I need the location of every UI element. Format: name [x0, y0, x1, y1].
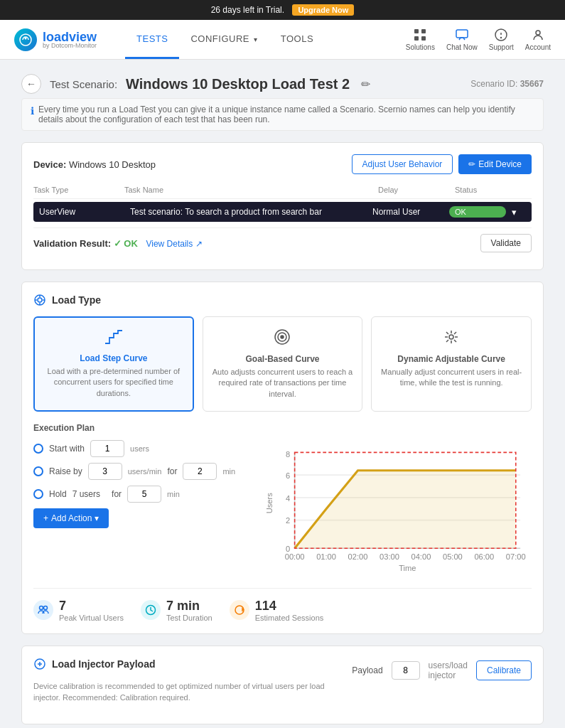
device-table-header: Task Type Task Name Delay Status [33, 181, 532, 199]
view-details-link[interactable]: View Details ↗ [146, 239, 202, 249]
svg-line-18 [454, 332, 456, 334]
configure-arrow: ▾ [252, 36, 258, 43]
account-icon[interactable]: Account [525, 28, 551, 51]
svg-text:6: 6 [286, 471, 290, 480]
col-status: Status [455, 186, 512, 194]
svg-text:2: 2 [286, 517, 290, 525]
svg-text:Users: Users [265, 493, 274, 513]
estimated-sessions-value: 114 [255, 599, 324, 614]
step-curve-chart: 0 2 4 6 8 00:00 01:00 02:00 03:00 04:00 … [261, 440, 532, 578]
svg-text:07:00: 07:00 [506, 552, 526, 561]
raise-by-label: Raise by [49, 466, 82, 476]
hold-row: Hold 7 users for min [33, 486, 247, 503]
nav-tests[interactable]: TESTS [125, 21, 179, 59]
svg-line-15 [446, 332, 448, 334]
estimated-sessions-icon [230, 600, 249, 620]
hold-radio[interactable] [33, 489, 43, 499]
test-duration-value: 7 min [166, 599, 212, 614]
solutions-icon[interactable]: Solutions [406, 28, 435, 51]
goal-based-curve-option[interactable]: Goal-Based Curve Auto adjusts concurrent… [203, 316, 363, 412]
raise-by-input[interactable] [88, 463, 122, 480]
hold-for-unit: min [167, 490, 180, 498]
task-name-cell: Test scenario: To search a product from … [130, 207, 367, 217]
start-radio[interactable] [33, 444, 43, 454]
goal-based-desc: Auto adjusts concurrent users to reach a… [212, 367, 354, 400]
validation-result: Validation Result: ✓ OK View Details ↗ [33, 238, 203, 249]
edit-scenario-icon[interactable]: ✏ [361, 77, 370, 91]
nav-tools[interactable]: TOOLS [269, 21, 325, 59]
raise-for-unit: min [222, 467, 235, 476]
svg-line-16 [454, 340, 456, 342]
main-nav: TESTS CONFIGURE ▾ TOOLS [125, 21, 406, 59]
svg-point-19 [449, 335, 453, 339]
goal-based-icon [212, 328, 354, 350]
dynamic-desc: Manually adjust concurrent users in real… [380, 367, 522, 389]
validate-button[interactable]: Validate [480, 234, 532, 252]
adjust-behavior-button[interactable]: Adjust User Behavior [352, 154, 453, 174]
raise-radio[interactable] [33, 466, 43, 476]
svg-text:00:00: 00:00 [285, 552, 305, 561]
delay-cell: Normal User [372, 207, 443, 217]
validation-label: Validation Result: [33, 238, 111, 249]
svg-rect-3 [421, 29, 426, 33]
status-badge: OK [449, 206, 506, 218]
logo-sub: by Dotcom-Monitor [43, 42, 97, 49]
load-step-curve-option[interactable]: Load Step Curve Load with a pre-determin… [33, 316, 194, 412]
svg-point-0 [20, 34, 31, 46]
svg-text:01:00: 01:00 [316, 552, 336, 561]
support-icon[interactable]: Support [489, 28, 514, 51]
svg-rect-6 [456, 30, 468, 38]
expand-icon[interactable]: ▾ [512, 207, 526, 218]
load-injector-card: Load Injector Payload Device calibration… [21, 646, 544, 724]
svg-text:Time: Time [399, 564, 416, 572]
header-right: Solutions Chat Now Support Account [406, 28, 551, 51]
pencil-icon: ✏ [468, 159, 475, 169]
back-button[interactable]: ← [21, 74, 41, 94]
load-stats-row: 7 Peak Virtual Users 7 min Test Duration [33, 588, 532, 622]
test-duration-label: Test Duration [166, 614, 212, 622]
svg-line-17 [446, 340, 448, 342]
svg-point-42 [40, 606, 43, 610]
estimated-sessions-stat: 114 Estimated Sessions [230, 599, 324, 622]
add-action-button[interactable]: + Add Action ▾ [33, 508, 109, 528]
svg-text:03:00: 03:00 [380, 552, 399, 561]
payload-input[interactable] [392, 661, 420, 680]
info-icon: ℹ [31, 105, 34, 117]
device-name: Windows 10 Desktop [69, 159, 156, 170]
load-type-options: Load Step Curve Load with a pre-determin… [33, 316, 532, 412]
start-with-input[interactable] [90, 440, 124, 457]
nav-configure[interactable]: CONFIGURE ▾ [179, 21, 269, 59]
info-box: ℹ Every time you run a Load Test you can… [21, 98, 544, 131]
svg-text:04:00: 04:00 [411, 552, 431, 561]
scenario-id: Scenario ID: 35667 [470, 79, 544, 89]
svg-text:02:00: 02:00 [348, 552, 368, 561]
load-injector-desc: Device calibration is recommended to get… [33, 680, 352, 704]
chat-icon[interactable]: Chat Now [446, 28, 478, 51]
task-type-cell: UserView [39, 207, 124, 217]
hold-for-label: for [112, 489, 122, 499]
raise-by-unit: users/min [128, 467, 162, 476]
test-duration-stat: 7 min Test Duration [141, 599, 212, 622]
edit-device-button[interactable]: ✏ Edit Device [458, 154, 532, 174]
dynamic-curve-option[interactable]: Dynamic Adjustable Curve Manually adjust… [371, 316, 532, 412]
load-injector-icon [33, 658, 46, 670]
svg-marker-40 [295, 471, 516, 549]
banner-text: 26 days left in Trial. [211, 5, 284, 15]
calibrate-button[interactable]: Calibrate [476, 660, 532, 680]
test-duration-icon [141, 600, 161, 620]
hold-for-input[interactable] [127, 486, 161, 503]
device-label: Device: [33, 159, 66, 170]
load-type-title: Load Type [33, 294, 532, 306]
execution-inputs: Start with users Raise by users/min for … [33, 440, 247, 578]
svg-point-43 [44, 606, 48, 610]
payload-label: Payload [352, 665, 382, 675]
trial-banner: 26 days left in Trial. Upgrade Now [0, 0, 565, 20]
scenario-name: Windows 10 Desktop Load Test 2 [126, 76, 350, 92]
peak-users-stat: 7 Peak Virtual Users [33, 599, 124, 622]
upgrade-button[interactable]: Upgrade Now [292, 4, 354, 16]
svg-point-8 [501, 38, 502, 38]
raise-for-input[interactable] [183, 463, 217, 480]
title-row: ← Test Scenario: Windows 10 Desktop Load… [21, 74, 544, 94]
scenario-label: Test Scenario: [50, 78, 117, 90]
start-with-row: Start with users [33, 440, 247, 457]
